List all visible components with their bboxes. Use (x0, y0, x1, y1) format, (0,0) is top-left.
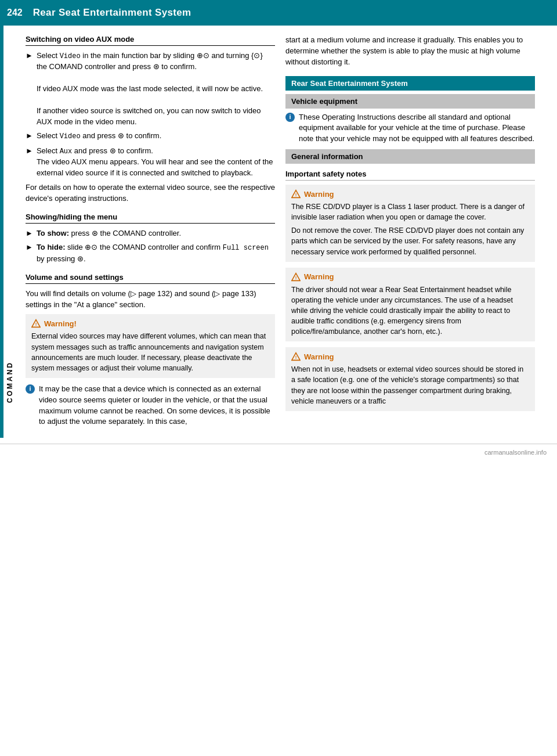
bullet-show-content: To show: press ⊛ the COMAND controller. (37, 228, 275, 239)
bullet-2-content: Select Video and press ⊛ to confirm. (37, 131, 275, 142)
warning-box-laser: ! Warning The RSE CD/DVD player is a Cla… (285, 185, 535, 262)
section-volume-heading: Volume and sound settings (26, 273, 275, 284)
arrow-icon-3: ► (26, 146, 33, 179)
main-content: COMAND Switching on video AUX mode ► Sel… (0, 26, 557, 438)
press-icon-4: ⊛ (92, 229, 98, 237)
info-icon-2: i (285, 113, 295, 122)
info-content-1: It may be the case that a device which i… (39, 384, 275, 427)
sidebar: COMAND (0, 26, 20, 438)
arrow-icon-1: ► (26, 51, 33, 127)
warning-para-laser-2: Do not remove the cover. The RSE CD/DVD … (291, 225, 529, 257)
slide-icon-2: ⊕⊙ (85, 243, 97, 251)
warning-triangle-icon-headset: ! (291, 272, 301, 282)
press-icon: ⊛ (153, 62, 160, 71)
vehicle-equipment-note: i These Operating Instructions describe … (285, 112, 535, 145)
warning-label-laser: Warning (304, 190, 334, 199)
page-number: 242 (7, 8, 23, 18)
to-hide-label: To hide: (37, 243, 66, 251)
columns: Switching on video AUX mode ► Select Vid… (20, 26, 557, 438)
warning-para-1: External video sources may have differen… (31, 331, 269, 373)
slide-icon: ⊕⊙ (197, 51, 209, 60)
arrow-icon-hide: ► (26, 242, 33, 264)
warning-para-storage-1: When not in use, headsets or external vi… (291, 364, 529, 406)
section1-footer: For details on how to operate the extern… (26, 182, 275, 204)
bullet-hide: ► To hide: slide ⊕⊙ the COMAND controlle… (26, 242, 275, 264)
general-info-bar: General information (285, 149, 535, 164)
sidebar-bar (0, 26, 3, 438)
vehicle-equipment-bar: Vehicle equipment (285, 94, 535, 109)
to-show-label: To show: (37, 229, 69, 237)
warning-title-storage: ! Warning (291, 352, 529, 361)
video-code-2: Video (60, 132, 81, 141)
aux-code: Aux (60, 147, 73, 156)
info-note-1: i It may be the case that a device which… (26, 384, 275, 427)
bullet-3-content: Select Aux and press ⊛ to confirm. The v… (37, 146, 275, 179)
svg-text:!: ! (35, 322, 37, 327)
full-screen-code: Full screen (223, 244, 269, 252)
volume-intro: You will find details on volume (▷ page … (26, 289, 275, 311)
warning-triangle-icon-laser: ! (291, 189, 301, 199)
arrow-icon-2: ► (26, 131, 33, 142)
footer: carmanualsonline.info (0, 444, 557, 460)
svg-text:!: ! (295, 275, 297, 280)
bullet-hide-content: To hide: slide ⊕⊙ the COMAND controller … (37, 242, 275, 264)
svg-text:!: ! (295, 192, 297, 197)
warning-title-laser: ! Warning (291, 189, 529, 199)
page-title: Rear Seat Entertainment System (33, 7, 191, 19)
section-switching-heading: Switching on video AUX mode (26, 35, 275, 46)
arrow-icon-show: ► (26, 228, 33, 239)
warning-text-storage: When not in use, headsets or external vi… (291, 364, 529, 406)
video-code-1: Video (60, 52, 81, 60)
vehicle-equipment-content: These Operating Instructions describe al… (299, 112, 535, 145)
warning-box-headset: ! Warning The driver should not wear a R… (285, 268, 535, 342)
warning-para-headset-1: The driver should not wear a Rear Seat E… (291, 285, 529, 337)
right-column: start at a medium volume and increase it… (285, 35, 535, 432)
warning-triangle-icon-1: ! (31, 319, 41, 328)
left-column: Switching on video AUX mode ► Select Vid… (26, 35, 275, 432)
warning-text-laser: The RSE CD/DVD player is a Class 1 laser… (291, 201, 529, 257)
rse-section-bar: Rear Seat Entertainment System (285, 76, 535, 91)
turn-icon: {⊙} (251, 51, 263, 60)
warning-title-1: ! Warning! (31, 319, 269, 328)
press-icon-2: ⊛ (118, 131, 124, 140)
bullet-2: ► Select Video and press ⊛ to confirm. (26, 131, 275, 142)
press-icon-3: ⊛ (110, 146, 116, 155)
continued-text: start at a medium volume and increase it… (285, 35, 535, 68)
sidebar-label: COMAND (6, 361, 14, 403)
header-bar: 242 Rear Seat Entertainment System (0, 0, 557, 26)
press-icon-5: ⊛ (77, 254, 84, 263)
info-icon-1: i (26, 384, 35, 394)
footer-url: carmanualsonline.info (484, 449, 547, 456)
warning-text-headset: The driver should not wear a Rear Seat E… (291, 285, 529, 337)
bullet-show: ► To show: press ⊛ the COMAND controller… (26, 228, 275, 239)
warning-label-1: Warning! (44, 319, 77, 328)
warning-title-headset: ! Warning (291, 272, 529, 282)
bullet-1-content: Select Video in the main function bar by… (37, 51, 275, 127)
warning-box-storage: ! Warning When not in use, headsets or e… (285, 347, 535, 411)
warning-text-1: External video sources may have differen… (31, 331, 269, 373)
warning-label-headset: Warning (304, 272, 334, 281)
section-showing-heading: Showing/hiding the menu (26, 213, 275, 224)
svg-text:!: ! (295, 355, 297, 360)
bullet-1: ► Select Video in the main function bar … (26, 51, 275, 127)
warning-box-1: ! Warning! External video sources may ha… (26, 314, 275, 378)
safety-notes-subheading: Important safety notes (285, 170, 535, 181)
warning-label-storage: Warning (304, 352, 334, 361)
bullet-3: ► Select Aux and press ⊛ to confirm. The… (26, 146, 275, 179)
warning-triangle-icon-storage: ! (291, 352, 301, 361)
warning-para-laser-1: The RSE CD/DVD player is a Class 1 laser… (291, 201, 529, 222)
